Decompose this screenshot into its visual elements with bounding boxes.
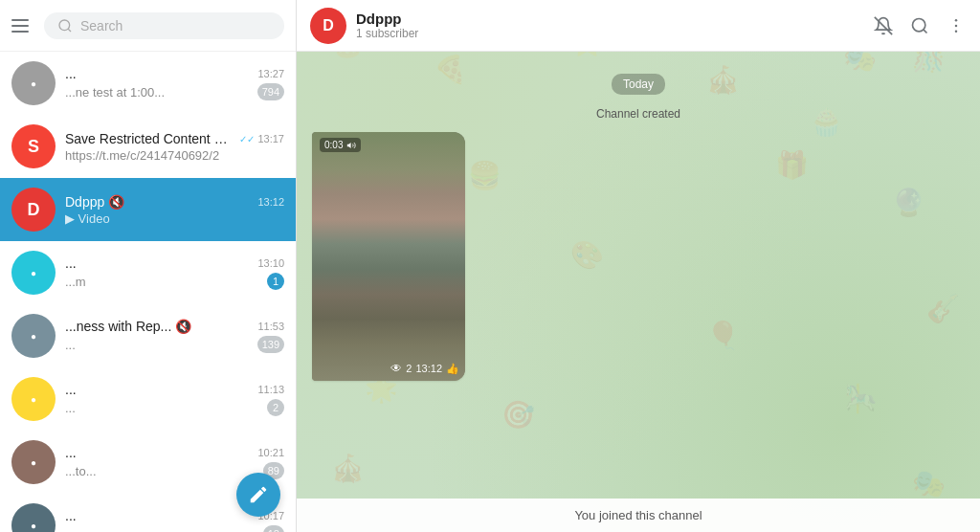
chat-name: ... bbox=[65, 445, 77, 460]
chat-avatar: S bbox=[11, 124, 56, 168]
svg-point-5 bbox=[955, 18, 958, 21]
chat-time: 10:21 bbox=[257, 447, 284, 458]
chat-avatar: ● bbox=[11, 503, 56, 532]
search-icon bbox=[57, 18, 73, 33]
joined-text: You joined this channel bbox=[574, 508, 702, 522]
volume-icon bbox=[346, 141, 356, 150]
video-thumbnail: 0:03 👁 2 13:12 👍 bbox=[312, 132, 465, 381]
more-options-icon[interactable] bbox=[946, 15, 967, 36]
channel-name: Ddppp bbox=[356, 11, 873, 27]
chat-area: 🎂 🍕 ⭐ 🎪 🎭 🎊 🎵 🍔 🎁 🔮 🎺 🎸 🌟 🎯 🎠 🎪 🎭 🧁 🎨 🎈 … bbox=[297, 0, 980, 532]
chat-avatar: D bbox=[11, 188, 56, 232]
chat-time: 13:27 bbox=[257, 68, 284, 79]
chat-content: ...13:27...ne test at 1:00...794 bbox=[65, 66, 284, 100]
chat-bottom-bar: You joined this channel bbox=[297, 499, 980, 532]
chat-list-item[interactable]: DDdppp 🔇13:12▶ Video bbox=[0, 178, 296, 241]
chat-list-wrapper: ●...13:27...ne test at 1:00...794SSave R… bbox=[0, 52, 296, 532]
chat-avatar: ● bbox=[11, 440, 56, 484]
chat-preview: ▶ Video bbox=[65, 211, 110, 226]
chat-list-item[interactable]: SSave Restricted Content 🔇 📌✓✓ 13:17http… bbox=[0, 115, 296, 178]
chat-list-item[interactable]: ●...13:27...ne test at 1:00...794 bbox=[0, 52, 296, 115]
chat-header: D Ddppp 1 subscriber bbox=[297, 0, 980, 52]
chat-content: ...13:10...m1 bbox=[65, 255, 284, 290]
search-header-icon[interactable] bbox=[909, 15, 930, 36]
menu-icon[interactable] bbox=[11, 14, 34, 37]
chat-time: 13:12 bbox=[257, 196, 284, 208]
chat-name: ... bbox=[65, 255, 77, 271]
chat-content: Save Restricted Content 🔇 📌✓✓ 13:17https… bbox=[65, 131, 284, 163]
chat-preview: ... bbox=[65, 527, 76, 533]
chat-list-item[interactable]: ●...ness with Rep... 🔇11:53...139 bbox=[0, 304, 296, 367]
chat-content: Ddppp 🔇13:12▶ Video bbox=[65, 194, 284, 226]
unread-badge: 18 bbox=[263, 525, 284, 532]
unread-badge: 794 bbox=[257, 83, 284, 100]
chat-time: 11:13 bbox=[257, 384, 284, 395]
compose-button[interactable] bbox=[236, 473, 280, 517]
chat-name: Save Restricted Content 🔇 📌 bbox=[65, 131, 234, 146]
chat-avatar: ● bbox=[11, 314, 56, 358]
chat-name: ... bbox=[65, 382, 77, 397]
reaction-icon: 👍 bbox=[446, 363, 459, 375]
chat-content: ...ness with Rep... 🔇11:53...139 bbox=[65, 319, 284, 353]
date-label: Today bbox=[612, 74, 665, 95]
chat-time: 11:53 bbox=[257, 321, 284, 332]
channel-subscribers: 1 subscriber bbox=[356, 27, 873, 40]
search-input[interactable] bbox=[80, 18, 271, 33]
unread-badge: 139 bbox=[257, 336, 284, 353]
chat-preview: ... bbox=[65, 401, 76, 415]
unread-badge: 2 bbox=[267, 399, 284, 416]
compose-icon bbox=[248, 484, 269, 505]
chat-list-item[interactable]: ●...11:13...2 bbox=[0, 367, 296, 431]
svg-point-7 bbox=[955, 30, 958, 33]
chat-list: ●...13:27...ne test at 1:00...794SSave R… bbox=[0, 52, 296, 532]
chat-avatar: ● bbox=[11, 377, 56, 421]
svg-point-0 bbox=[59, 20, 70, 31]
message-wrapper: 0:03 👁 2 13:12 👍 bbox=[312, 132, 965, 381]
chat-preview: ...m bbox=[65, 275, 86, 289]
video-meta: 👁 2 13:12 👍 bbox=[390, 362, 459, 375]
chat-name: ... bbox=[65, 66, 77, 81]
sidebar-header bbox=[0, 0, 296, 52]
svg-point-6 bbox=[955, 24, 958, 27]
chat-avatar: ● bbox=[11, 251, 56, 295]
chat-preview: ...to... bbox=[65, 464, 97, 478]
channel-avatar: D bbox=[310, 8, 346, 44]
video-duration: 0:03 bbox=[320, 138, 361, 152]
video-message-bubble[interactable]: 0:03 👁 2 13:12 👍 bbox=[312, 132, 465, 381]
chat-time: ✓✓ 13:17 bbox=[239, 133, 284, 144]
date-divider: Today bbox=[312, 75, 965, 92]
chat-name: Ddppp 🔇 bbox=[65, 194, 124, 210]
chat-content: ...11:13...2 bbox=[65, 382, 284, 416]
chat-list-item[interactable]: ●...13:10...m1 bbox=[0, 241, 296, 304]
channel-info: Ddppp 1 subscriber bbox=[356, 11, 873, 40]
mute-bell-icon[interactable] bbox=[873, 15, 894, 36]
svg-line-4 bbox=[924, 29, 927, 33]
view-count: 2 bbox=[406, 363, 412, 374]
chat-preview: ...ne test at 1:00... bbox=[65, 85, 165, 100]
chat-name: ...ness with Rep... 🔇 bbox=[65, 319, 191, 334]
svg-point-3 bbox=[913, 18, 925, 31]
chat-time: 13:10 bbox=[257, 257, 284, 269]
chat-preview: ... bbox=[65, 338, 76, 352]
message-time: 13:12 bbox=[415, 363, 442, 374]
svg-line-2 bbox=[875, 16, 892, 33]
unread-badge: 1 bbox=[267, 273, 284, 290]
eye-icon: 👁 bbox=[390, 362, 402, 375]
chat-name: ... bbox=[65, 508, 77, 523]
channel-created-message: Channel created bbox=[312, 107, 965, 121]
messages-area: Today Channel created 0:03 👁 2 13:12 👍 bbox=[297, 52, 980, 499]
chat-avatar: ● bbox=[11, 61, 56, 105]
chat-preview: https://t.me/c/2414740692/2 bbox=[65, 148, 219, 163]
search-box[interactable] bbox=[44, 12, 284, 39]
sidebar: ●...13:27...ne test at 1:00...794SSave R… bbox=[0, 0, 297, 532]
svg-line-1 bbox=[68, 29, 71, 32]
header-actions bbox=[873, 15, 967, 36]
